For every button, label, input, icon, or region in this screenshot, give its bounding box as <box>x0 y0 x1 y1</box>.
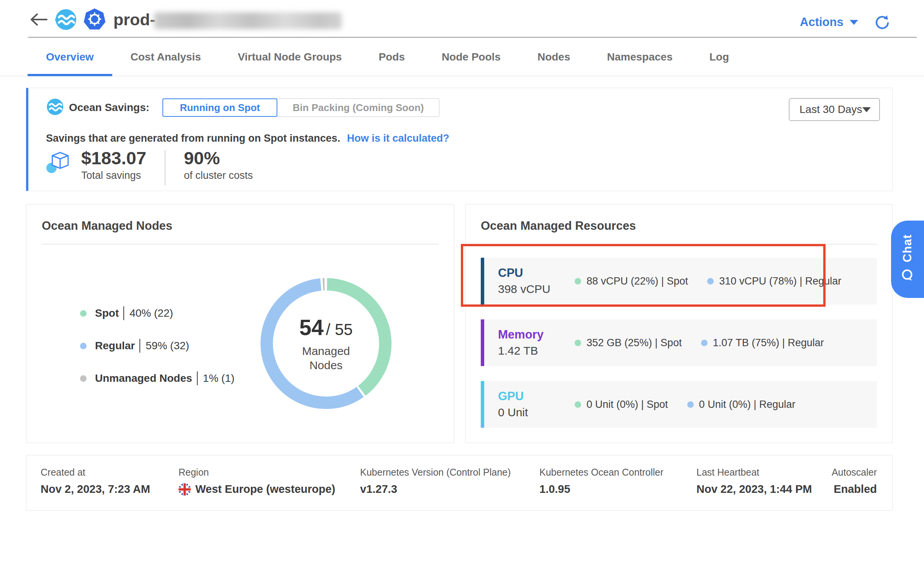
gpu-regular-stat: 0 Unit (0%) | Regular <box>687 399 796 411</box>
cpu-name: CPU <box>498 267 569 280</box>
resource-row-gpu: GPU 0 Unit 0 Unit (0%) | Spot 0 Unit (0%… <box>481 381 877 428</box>
spot-dot-icon <box>80 310 87 317</box>
gpu-stats: 0 Unit (0%) | Spot 0 Unit (0%) | Regular <box>575 399 795 411</box>
cluster-title: prod- <box>113 10 156 29</box>
ocean-savings-banner: Ocean Savings: Running on Spot Bin Packi… <box>26 88 893 191</box>
savings-cube-icon <box>46 149 71 176</box>
resource-rows: CPU 398 vCPU 88 vCPU (22%) | Spot 310 vC… <box>481 258 877 443</box>
savings-stats-row: $183.07 Total savings 90% of cluster cos… <box>46 149 253 185</box>
back-arrow-icon[interactable] <box>30 13 48 28</box>
cpu-spot-stat: 88 vCPU (22%) | Spot <box>575 275 688 287</box>
memory-title-block: Memory 1.42 TB <box>498 328 569 357</box>
stats-divider <box>165 150 165 185</box>
managed-nodes-title: Ocean Managed Nodes <box>42 219 172 233</box>
donut-center-text: 54/ 55 Managed Nodes <box>257 275 395 412</box>
regular-dot-icon <box>687 401 694 408</box>
memory-spot-stat: 352 GB (25%) | Spot <box>575 337 682 349</box>
gpu-title-block: GPU 0 Unit <box>498 390 569 419</box>
cpu-stats: 88 vCPU (22%) | Spot 310 vCPU (78%) | Re… <box>575 275 841 287</box>
memory-name: Memory <box>498 328 569 341</box>
card-divider <box>481 244 877 244</box>
legend-item-unmanaged: Unmanaged Nodes 1% (1) <box>80 368 234 388</box>
region-value-text: West Europe (westeurope) <box>195 483 335 496</box>
managed-nodes-donut: 54/ 55 Managed Nodes <box>257 275 395 412</box>
tab-overview[interactable]: Overview <box>28 38 112 76</box>
memory-total: 1.42 TB <box>498 344 569 357</box>
legend-label: Regular <box>95 340 135 352</box>
running-on-spot-toggle[interactable]: Running on Spot <box>162 98 277 117</box>
memory-stats: 352 GB (25%) | Spot 1.07 TB (75%) | Regu… <box>575 337 824 349</box>
tab-namespaces[interactable]: Namespaces <box>588 38 691 76</box>
cluster-costs-value: 90% <box>184 149 253 167</box>
regular-dot-icon <box>80 343 87 349</box>
legend-item-spot: Spot 40% (22) <box>80 303 234 323</box>
cluster-costs-stat: 90% of cluster costs <box>184 149 253 182</box>
info-value: Enabled <box>834 483 877 496</box>
tab-virtual-node-groups[interactable]: Virtual Node Groups <box>220 38 360 76</box>
regular-dot-icon <box>707 278 714 285</box>
legend-value: 40% (22) <box>129 307 173 319</box>
chat-button[interactable]: Chat <box>891 221 924 298</box>
ocean-logo-icon <box>54 8 77 32</box>
cluster-info-bar: Created at Nov 2, 2023, 7:23 AM Region W… <box>26 455 893 511</box>
chat-label: Chat <box>901 234 914 262</box>
legend-value: 1% (1) <box>203 372 234 384</box>
savings-header-row: Ocean Savings: Running on Spot Bin Packi… <box>46 98 439 117</box>
refresh-icon[interactable] <box>874 15 890 31</box>
info-value: Nov 2, 2023, 7:23 AM <box>41 483 150 496</box>
cpu-spot-text: 88 vCPU (22%) | Spot <box>587 275 688 287</box>
page-header: prod- Actions <box>0 0 924 38</box>
nodes-legend: Spot 40% (22) Regular 59% (32) Unmanaged… <box>80 303 234 401</box>
total-savings-stat: $183.07 Total savings <box>81 149 146 182</box>
cluster-costs-label: of cluster costs <box>184 170 253 182</box>
resource-row-memory: Memory 1.42 TB 352 GB (25%) | Spot 1.07 … <box>481 319 877 366</box>
spot-dot-icon <box>575 278 581 285</box>
chevron-down-icon <box>850 20 858 25</box>
tab-cost-analysis[interactable]: Cost Analysis <box>112 38 220 76</box>
tab-log[interactable]: Log <box>691 38 747 76</box>
info-label: Last Heartbeat <box>696 467 759 478</box>
gpu-spot-text: 0 Unit (0%) | Spot <box>587 399 668 411</box>
savings-description-text: Savings that are generated from running … <box>46 133 340 144</box>
savings-description: Savings that are generated from running … <box>46 133 449 144</box>
memory-regular-stat: 1.07 TB (75%) | Regular <box>701 337 824 349</box>
info-label: Created at <box>41 467 85 478</box>
tab-nodes[interactable]: Nodes <box>519 38 589 76</box>
info-label: Autoscaler <box>832 467 877 478</box>
cpu-title-block: CPU 398 vCPU <box>498 267 569 296</box>
legend-value: 59% (32) <box>146 340 189 352</box>
spot-dot-icon <box>575 340 581 346</box>
kubernetes-logo-icon <box>83 8 106 33</box>
period-select[interactable]: Last 30 Days <box>789 98 880 121</box>
legend-separator <box>123 306 124 320</box>
how-calculated-link[interactable]: How is it calculated? <box>347 133 449 144</box>
savings-mode-toggle: Running on Spot Bin Packing (Coming Soon… <box>162 98 439 117</box>
info-value: Nov 22, 2023, 1:44 PM <box>696 483 812 496</box>
legend-label: Unmanaged Nodes <box>95 372 192 384</box>
managed-count: 54 <box>299 315 323 340</box>
info-value: West Europe (westeurope) <box>179 483 335 496</box>
managed-resources-card: Ocean Managed Resources CPU 398 vCPU 88 … <box>465 204 893 443</box>
info-label: Region <box>179 467 209 478</box>
gpu-spot-stat: 0 Unit (0%) | Spot <box>575 399 668 411</box>
region-flag-icon <box>179 483 191 496</box>
legend-separator <box>197 371 198 385</box>
chat-bubble-icon <box>900 268 915 284</box>
legend-separator <box>139 339 140 353</box>
legend-item-regular: Regular 59% (32) <box>80 336 234 356</box>
tab-node-pools[interactable]: Node Pools <box>423 38 519 76</box>
total-savings-value: $183.07 <box>81 149 146 167</box>
actions-button[interactable]: Actions <box>800 15 858 29</box>
cluster-name-redacted <box>154 12 342 29</box>
cpu-regular-text: 310 vCPU (78%) | Regular <box>719 275 841 287</box>
ocean-cluster-overview-page: prod- Actions Overview Cost Analysis Vir… <box>0 0 924 566</box>
info-value: 1.0.95 <box>539 483 570 496</box>
cpu-regular-stat: 310 vCPU (78%) | Regular <box>707 275 841 287</box>
ocean-wave-icon <box>46 98 64 117</box>
bin-packing-toggle[interactable]: Bin Packing (Coming Soon) <box>277 98 439 117</box>
legend-label: Spot <box>95 307 119 319</box>
cluster-tabbar: Overview Cost Analysis Virtual Node Grou… <box>0 38 924 76</box>
memory-regular-text: 1.07 TB (75%) | Regular <box>713 337 824 349</box>
tab-pods[interactable]: Pods <box>360 38 423 76</box>
period-select-value: Last 30 Days <box>799 103 862 116</box>
